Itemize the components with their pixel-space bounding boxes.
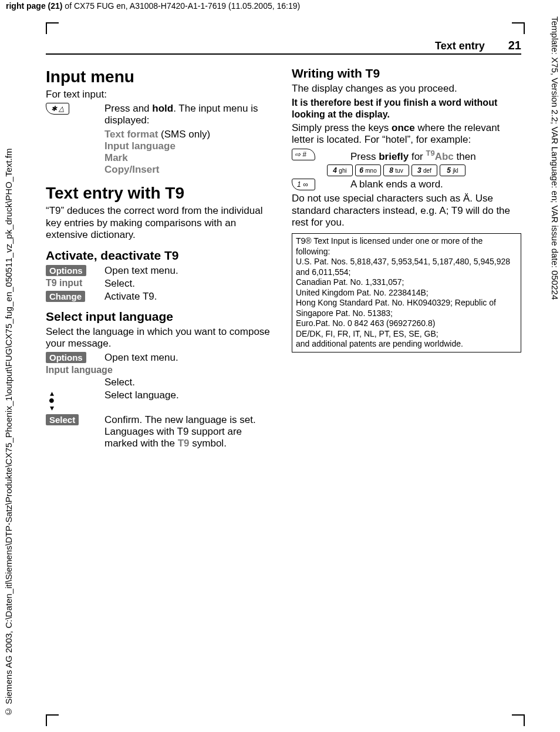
- text: A blank ends a word.: [350, 179, 521, 190]
- text: Press briefly for T9Abc then: [350, 149, 521, 163]
- crop-mark: [46, 22, 59, 23]
- doc-meta-top-rest: of CX75 FUG en, A31008-H7420-A1-1-7619 (…: [62, 1, 300, 11]
- text: The display changes as you proceed.: [292, 83, 521, 95]
- text: Confirm. The new language is set. Langua…: [104, 414, 275, 449]
- text: It is therefore best if you finish a wor…: [292, 97, 521, 119]
- menu-item: Copy/Insert: [104, 164, 160, 175]
- menu-item: Input language: [104, 140, 176, 152]
- key-3: 3 def: [411, 164, 437, 176]
- doc-meta-right: Template: X75, Version 2.2; VAR Language…: [542, 16, 560, 721]
- softkey-select: Select: [46, 414, 79, 425]
- softkey-options: Options: [46, 265, 86, 276]
- heading-activate-t9: Activate, deactivate T9: [46, 249, 275, 263]
- text: Select the language in which you want to…: [46, 326, 275, 350]
- key-hash: ⇨ #: [292, 149, 315, 160]
- heading-text-entry-t9: Text entry with T9: [46, 184, 275, 203]
- menu-item: T9 input: [46, 278, 82, 288]
- key-6: 6 mno: [355, 164, 381, 176]
- text: Select language.: [104, 389, 275, 401]
- doc-meta-top: right page (21) of CX75 FUG en, A31008-H…: [6, 1, 554, 11]
- crop-mark: [512, 22, 525, 23]
- text: Select.: [104, 377, 275, 388]
- crop-mark: [46, 714, 59, 716]
- right-column: Writing with T9 The display changes as y…: [292, 59, 521, 451]
- key-4: 4 ghi: [327, 164, 353, 176]
- text: Do not use special characters such as Ä.…: [292, 193, 521, 229]
- heading-input-menu: Input menu: [46, 68, 275, 86]
- crop-mark: [524, 22, 525, 34]
- joystick-up-down-icon: ▴●▾: [46, 389, 58, 411]
- softkey-options: Options: [46, 352, 86, 363]
- key-5: 5 jkl: [440, 164, 465, 176]
- crop-mark: [46, 714, 47, 726]
- heading-writing-t9: Writing with T9: [292, 66, 521, 80]
- text: Activate T9.: [104, 291, 275, 303]
- doc-meta-left: © Siemens AG 2003, C:\Daten_itl\Siemens\…: [4, 23, 20, 717]
- doc-meta-top-prefix: right page (21): [6, 1, 62, 11]
- softkey-change: Change: [46, 291, 85, 302]
- crop-mark: [512, 714, 525, 716]
- menu-item: Input language: [46, 365, 113, 375]
- menu-item: Mark: [104, 152, 128, 163]
- text: “T9” deduces the correct word from the i…: [46, 205, 275, 241]
- text: Open text menu.: [104, 265, 275, 277]
- page-body: Text entry 21 Input menu For text input:…: [46, 35, 521, 451]
- text: For text input:: [46, 89, 275, 100]
- text: Select.: [104, 278, 275, 290]
- menu-item: Text format: [104, 129, 158, 140]
- patent-notice: T9® Text Input is licensed under one or …: [292, 233, 521, 352]
- heading-select-language: Select input language: [46, 310, 275, 324]
- page-number: 21: [508, 39, 521, 52]
- key-1: 1 ∞: [292, 179, 315, 190]
- text: Open text menu.: [104, 352, 275, 364]
- text: Press and hold. The input menu is displa…: [104, 103, 275, 176]
- key-8: 8 tuv: [383, 164, 409, 176]
- running-head: Text entry 21: [46, 35, 521, 55]
- section-title: Text entry: [435, 40, 485, 52]
- crop-mark: [46, 22, 47, 34]
- key-sequence: 4 ghi6 mno8 tuv3 def5 jkl: [327, 164, 521, 176]
- left-column: Input menu For text input: ✱ △ Press and…: [46, 59, 275, 451]
- crop-mark: [524, 714, 525, 726]
- text: Simply press the keys once where the rel…: [292, 122, 521, 146]
- key-star: ✱ △: [46, 103, 69, 115]
